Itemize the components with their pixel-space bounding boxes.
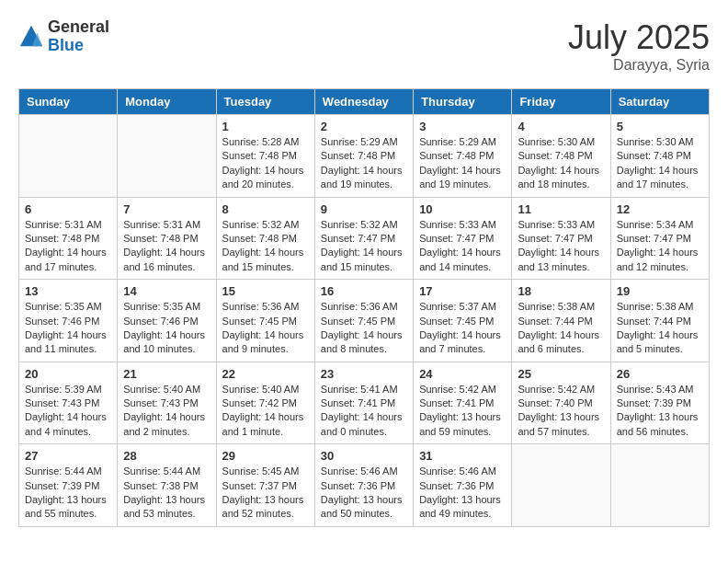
cell-line: and 56 minutes. — [617, 425, 703, 439]
cell-line: and 17 minutes. — [617, 178, 703, 191]
cell-line: Daylight: 14 hours — [617, 246, 703, 259]
day-number: 2 — [321, 120, 407, 133]
day-number: 13 — [25, 284, 111, 298]
cell-line: Sunrise: 5:35 AM — [123, 300, 210, 314]
cell-line: Sunset: 7:48 PM — [25, 232, 111, 246]
cell-line: Daylight: 14 hours — [222, 410, 309, 424]
cell-line: Daylight: 14 hours — [518, 246, 604, 259]
calendar-table: SundayMondayTuesdayWednesdayThursdayFrid… — [18, 88, 710, 527]
day-number: 15 — [222, 284, 309, 298]
calendar-cell: 7Sunrise: 5:31 AMSunset: 7:48 PMDaylight… — [118, 197, 216, 280]
cell-line: and 16 minutes. — [123, 260, 210, 274]
cell-line: Sunrise: 5:36 AM — [222, 300, 309, 314]
cell-line: and 7 minutes. — [419, 342, 506, 356]
cell-line: Sunrise: 5:35 AM — [25, 300, 111, 314]
cell-line: and 52 minutes. — [222, 507, 309, 521]
day-number: 21 — [123, 367, 210, 381]
cell-line: and 5 minutes. — [617, 342, 703, 356]
cell-line: and 55 minutes. — [25, 507, 111, 521]
day-number: 29 — [222, 449, 309, 463]
cell-line: Sunset: 7:46 PM — [25, 315, 111, 328]
cell-line: Daylight: 13 hours — [321, 493, 407, 507]
cell-line: Sunrise: 5:46 AM — [419, 465, 506, 478]
cell-line: Sunset: 7:44 PM — [518, 315, 604, 328]
cell-line: Sunrise: 5:40 AM — [222, 383, 309, 396]
title-block: July 2025 Darayya, Syria — [568, 18, 710, 74]
day-number: 23 — [321, 367, 407, 381]
calendar-cell — [19, 115, 118, 198]
cell-line: Sunset: 7:36 PM — [321, 479, 407, 493]
cell-content: Sunrise: 5:32 AMSunset: 7:47 PMDaylight:… — [321, 218, 407, 275]
cell-line: Daylight: 14 hours — [222, 246, 309, 259]
day-number: 26 — [617, 367, 703, 381]
calendar-cell: 12Sunrise: 5:34 AMSunset: 7:47 PMDayligh… — [610, 197, 709, 280]
calendar-cell: 20Sunrise: 5:39 AMSunset: 7:43 PMDayligh… — [19, 362, 118, 444]
week-row: 27Sunrise: 5:44 AMSunset: 7:39 PMDayligh… — [19, 444, 710, 527]
cell-content: Sunrise: 5:46 AMSunset: 7:36 PMDaylight:… — [321, 465, 407, 522]
cell-line: Daylight: 14 hours — [419, 164, 506, 178]
cell-content: Sunrise: 5:41 AMSunset: 7:41 PMDaylight:… — [321, 383, 407, 440]
cell-line: Daylight: 13 hours — [222, 493, 309, 507]
day-number: 5 — [617, 120, 703, 133]
cell-line: Sunset: 7:48 PM — [222, 149, 309, 163]
calendar-cell: 30Sunrise: 5:46 AMSunset: 7:36 PMDayligh… — [314, 444, 413, 527]
day-number: 1 — [222, 120, 309, 133]
calendar-cell: 2Sunrise: 5:29 AMSunset: 7:48 PMDaylight… — [314, 115, 413, 198]
cell-line: Sunset: 7:48 PM — [321, 149, 407, 163]
calendar-cell: 11Sunrise: 5:33 AMSunset: 7:47 PMDayligh… — [512, 197, 610, 280]
cell-line: Sunset: 7:36 PM — [419, 479, 506, 493]
cell-content: Sunrise: 5:45 AMSunset: 7:37 PMDaylight:… — [222, 465, 309, 522]
cell-line: Sunset: 7:45 PM — [419, 315, 506, 328]
cell-content: Sunrise: 5:34 AMSunset: 7:47 PMDaylight:… — [617, 218, 703, 275]
cell-line: Daylight: 14 hours — [321, 328, 407, 342]
calendar-cell: 29Sunrise: 5:45 AMSunset: 7:37 PMDayligh… — [216, 444, 314, 527]
cell-line: and 59 minutes. — [419, 425, 506, 439]
cell-line: Daylight: 14 hours — [25, 410, 111, 424]
day-number: 3 — [419, 120, 506, 133]
cell-line: and 17 minutes. — [25, 260, 111, 274]
calendar-cell: 6Sunrise: 5:31 AMSunset: 7:48 PMDaylight… — [19, 197, 118, 280]
cell-line: Sunrise: 5:33 AM — [419, 218, 506, 232]
cell-line: Sunrise: 5:42 AM — [518, 383, 604, 396]
calendar-cell: 23Sunrise: 5:41 AMSunset: 7:41 PMDayligh… — [314, 362, 413, 444]
cell-content: Sunrise: 5:37 AMSunset: 7:45 PMDaylight:… — [419, 300, 506, 357]
cell-line: Sunrise: 5:36 AM — [321, 300, 407, 314]
cell-line: Sunset: 7:41 PM — [419, 396, 506, 410]
cell-line: and 9 minutes. — [222, 342, 309, 356]
cell-line: Sunrise: 5:45 AM — [222, 465, 309, 478]
cell-line: Sunrise: 5:42 AM — [419, 383, 506, 396]
cell-content: Sunrise: 5:28 AMSunset: 7:48 PMDaylight:… — [222, 135, 309, 192]
cell-content: Sunrise: 5:40 AMSunset: 7:42 PMDaylight:… — [222, 383, 309, 440]
cell-line: Sunset: 7:43 PM — [123, 396, 210, 410]
calendar-cell: 28Sunrise: 5:44 AMSunset: 7:38 PMDayligh… — [118, 444, 216, 527]
calendar-cell: 27Sunrise: 5:44 AMSunset: 7:39 PMDayligh… — [19, 444, 118, 527]
cell-line: Sunset: 7:48 PM — [419, 149, 506, 163]
day-number: 7 — [123, 202, 210, 216]
cell-line: Daylight: 14 hours — [321, 410, 407, 424]
cell-line: and 2 minutes. — [123, 425, 210, 439]
cell-content: Sunrise: 5:44 AMSunset: 7:38 PMDaylight:… — [123, 465, 210, 522]
week-row: 13Sunrise: 5:35 AMSunset: 7:46 PMDayligh… — [19, 280, 710, 362]
cell-content: Sunrise: 5:39 AMSunset: 7:43 PMDaylight:… — [25, 383, 111, 440]
cell-line: Daylight: 14 hours — [518, 164, 604, 178]
day-number: 4 — [518, 120, 604, 133]
cell-line: and 15 minutes. — [222, 260, 309, 274]
cell-line: Sunrise: 5:41 AM — [321, 383, 407, 396]
weekday-header: Tuesday — [216, 89, 314, 115]
cell-content: Sunrise: 5:46 AMSunset: 7:36 PMDaylight:… — [419, 465, 506, 522]
cell-line: Sunset: 7:39 PM — [25, 479, 111, 493]
weekday-header: Wednesday — [314, 89, 413, 115]
weekday-header: Friday — [512, 89, 610, 115]
cell-line: Sunset: 7:39 PM — [617, 396, 703, 410]
cell-line: Sunset: 7:38 PM — [123, 479, 210, 493]
cell-line: and 20 minutes. — [222, 178, 309, 191]
day-number: 18 — [518, 284, 604, 298]
cell-line: Sunset: 7:46 PM — [123, 315, 210, 328]
cell-line: and 6 minutes. — [518, 342, 604, 356]
day-number: 10 — [419, 202, 506, 216]
day-number: 14 — [123, 284, 210, 298]
cell-line: and 10 minutes. — [123, 342, 210, 356]
day-number: 30 — [321, 449, 407, 463]
cell-line: Sunrise: 5:46 AM — [321, 465, 407, 478]
cell-line: and 4 minutes. — [25, 425, 111, 439]
